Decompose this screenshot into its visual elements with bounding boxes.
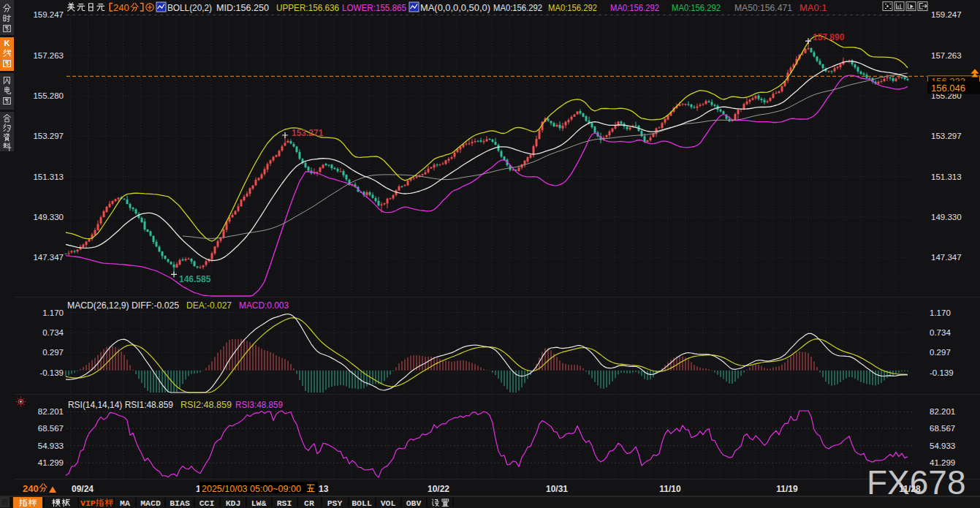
svg-text:BIAS: BIAS <box>170 498 190 508</box>
svg-text:151.313: 151.313 <box>33 173 64 181</box>
svg-text:K: K <box>4 39 10 48</box>
svg-text:149.330: 149.330 <box>931 213 962 221</box>
svg-text:1.170: 1.170 <box>42 308 64 317</box>
svg-text:BOLL(20,2): BOLL(20,2) <box>167 2 212 13</box>
svg-text:09/24: 09/24 <box>72 484 94 494</box>
svg-text:OBV: OBV <box>406 498 422 508</box>
svg-text:68.567: 68.567 <box>38 424 64 433</box>
svg-text:MA0:156.292: MA0:156.292 <box>610 2 659 13</box>
svg-text:10/31: 10/31 <box>546 484 568 494</box>
svg-text:68.567: 68.567 <box>930 424 955 433</box>
svg-text:149.330: 149.330 <box>33 213 64 221</box>
svg-text:153.297: 153.297 <box>931 132 962 140</box>
svg-text:54.933: 54.933 <box>930 441 955 450</box>
svg-text:147.347: 147.347 <box>931 253 962 262</box>
svg-text:0.297: 0.297 <box>930 348 951 357</box>
svg-text:FX678: FX678 <box>867 463 966 501</box>
svg-text:54.933: 54.933 <box>38 441 64 450</box>
svg-text:VIP: VIP <box>80 498 96 508</box>
svg-text:0.734: 0.734 <box>42 328 64 337</box>
svg-text:MACD:0.003: MACD:0.003 <box>239 300 289 311</box>
svg-text:LW&: LW& <box>251 498 267 508</box>
svg-text:157.890: 157.890 <box>813 32 845 42</box>
svg-text:CCI: CCI <box>200 498 215 508</box>
svg-text:UPPER:156.636: UPPER:156.636 <box>276 2 339 13</box>
svg-text:159.247: 159.247 <box>931 10 962 19</box>
svg-text:0.297: 0.297 <box>42 348 64 357</box>
svg-text:-0.139: -0.139 <box>39 368 64 377</box>
svg-text:RSI: RSI <box>277 498 292 508</box>
svg-text:MACD: MACD <box>140 498 161 508</box>
svg-text:11/28: 11/28 <box>899 484 921 494</box>
svg-text:157.263: 157.263 <box>931 51 962 60</box>
svg-text:11/19: 11/19 <box>776 484 798 494</box>
svg-text:DEA:-0.027: DEA:-0.027 <box>186 300 232 311</box>
svg-text:BOLL: BOLL <box>352 498 372 508</box>
svg-text:VOL: VOL <box>381 498 396 508</box>
svg-text:0.734: 0.734 <box>930 328 951 337</box>
svg-text:157.263: 157.263 <box>33 51 64 60</box>
svg-text:MA0:156.292: MA0:156.292 <box>548 2 597 13</box>
svg-text:1.170: 1.170 <box>930 308 951 317</box>
svg-text:11/10: 11/10 <box>659 484 681 494</box>
svg-text:-0.139: -0.139 <box>930 368 954 377</box>
svg-text:82.201: 82.201 <box>930 407 955 416</box>
svg-text:LOWER:155.865: LOWER:155.865 <box>342 2 406 13</box>
svg-text:MA(0,0,0,0,50,0): MA(0,0,0,0,50,0) <box>420 2 490 13</box>
svg-text:RSI2:48.859: RSI2:48.859 <box>181 399 232 410</box>
svg-text:41.299: 41.299 <box>38 458 64 467</box>
svg-text:153.297: 153.297 <box>33 132 64 140</box>
svg-text:13: 13 <box>319 484 329 494</box>
svg-text:MA0:156.292: MA0:156.292 <box>672 2 721 13</box>
svg-text:RSI(14,14,14) RSI1:48.859: RSI(14,14,14) RSI1:48.859 <box>68 399 173 410</box>
svg-text:146.585: 146.585 <box>179 274 211 284</box>
svg-text:147.347: 147.347 <box>33 253 64 262</box>
svg-text:10/22: 10/22 <box>428 484 449 494</box>
svg-text:240: 240 <box>23 483 39 494</box>
svg-text:MA50:156.471: MA50:156.471 <box>734 2 792 13</box>
svg-text:153.271: 153.271 <box>292 128 324 138</box>
svg-text:2025/10/03 05:00~09:00: 2025/10/03 05:00~09:00 <box>202 484 301 494</box>
svg-text:MA: MA <box>120 498 130 508</box>
svg-text:MA0:156.292: MA0:156.292 <box>493 2 542 13</box>
svg-text:82.201: 82.201 <box>38 407 64 416</box>
svg-text:155.280: 155.280 <box>33 91 64 100</box>
svg-text:PSY: PSY <box>327 498 343 508</box>
svg-text:151.313: 151.313 <box>931 173 962 181</box>
svg-text:CR: CR <box>304 498 314 508</box>
svg-text:MID:156.250: MID:156.250 <box>216 2 269 13</box>
svg-text:KDJ: KDJ <box>226 498 241 508</box>
svg-text:240: 240 <box>113 2 129 13</box>
svg-text:RSI3:48.859: RSI3:48.859 <box>235 399 283 410</box>
svg-text:156.046: 156.046 <box>931 83 965 94</box>
svg-text:MA0:1: MA0:1 <box>799 2 827 13</box>
svg-text:159.247: 159.247 <box>33 10 64 19</box>
svg-text:MACD(26,12,9) DIFF:-0.025: MACD(26,12,9) DIFF:-0.025 <box>67 300 179 311</box>
